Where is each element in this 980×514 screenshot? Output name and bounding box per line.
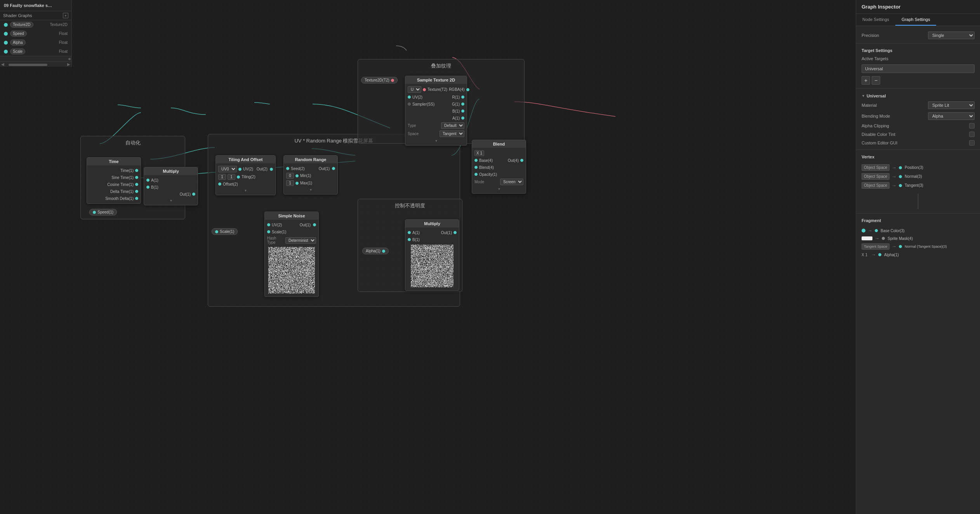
- port-multiply-a-in[interactable]: [146, 179, 149, 182]
- port-tiling-out[interactable]: [270, 168, 273, 171]
- custom-editor-gui-checkbox[interactable]: [969, 140, 975, 146]
- node-time[interactable]: Time Time(1) Sine Time(1) Cosine Time(1): [87, 157, 141, 204]
- add-shader-button[interactable]: +: [63, 13, 68, 18]
- sample-expand[interactable]: ▾: [405, 138, 467, 144]
- port-scale-out[interactable]: [215, 230, 218, 233]
- sample-type-row: Type Default: [405, 122, 467, 130]
- port-sample-rgba-out[interactable]: [466, 88, 469, 91]
- fragment-base-color-label: Base Color(3): [881, 229, 905, 233]
- port-tiling-offset-in[interactable]: [218, 182, 221, 186]
- port-noise-uv-in[interactable]: [267, 223, 270, 226]
- scroll-left-button[interactable]: ◀: [0, 62, 5, 67]
- port-vertex-tangent[interactable]: [899, 184, 902, 187]
- group-overlay-title: 叠加纹理: [358, 63, 524, 69]
- texture2d-value-node[interactable]: Texture2D(T2): [361, 77, 398, 83]
- port-sample-r-out[interactable]: [461, 96, 464, 99]
- port-tiling-tiling-in[interactable]: [237, 175, 240, 179]
- blend-mode-select[interactable]: Screen: [500, 179, 523, 185]
- port-sample-g-out[interactable]: [461, 102, 464, 106]
- port-mult-opacity-a-in[interactable]: [408, 231, 411, 234]
- random-x-val[interactable]: 0: [286, 173, 294, 179]
- tiling-x-val[interactable]: 1: [218, 174, 226, 180]
- tab-node-settings[interactable]: Node Settings: [856, 14, 895, 26]
- port-vertex-position[interactable]: [899, 166, 902, 169]
- port-random-min-in[interactable]: [295, 174, 299, 177]
- texture2d-tag[interactable]: Texture2D: [10, 22, 33, 28]
- multiply-auto-expand[interactable]: ▾: [144, 198, 198, 203]
- precision-select[interactable]: Single: [928, 31, 975, 39]
- port-fragment-alpha[interactable]: [878, 253, 881, 256]
- alpha-value-node[interactable]: Alpha(1): [362, 248, 389, 254]
- node-sample-texture[interactable]: Sample Texture 2D UV0 Texture(T2) RGBA(4…: [405, 76, 467, 146]
- sample-type-select[interactable]: Default: [441, 122, 464, 129]
- alpha-clipping-checkbox[interactable]: [969, 123, 975, 128]
- port-mult-opacity-b-in[interactable]: [408, 238, 411, 241]
- port-fragment-base-color[interactable]: [875, 229, 878, 232]
- node-multiply-opacity[interactable]: Multiply A(1) Out(1) B(1): [405, 219, 459, 291]
- node-random-range[interactable]: Random Range Seed(2) Out(1) 0 Min(1): [283, 155, 338, 194]
- remove-target-button[interactable]: −: [872, 76, 880, 85]
- tiling-uv-select[interactable]: UV0: [218, 166, 237, 172]
- port-random-out[interactable]: [332, 167, 335, 170]
- random-expand[interactable]: ▾: [284, 187, 337, 193]
- port-alpha-out[interactable]: [382, 250, 385, 253]
- material-select[interactable]: Sprite Lit: [928, 101, 975, 109]
- port-sample-texture-in[interactable]: [423, 88, 426, 91]
- blending-mode-select[interactable]: Alpha: [928, 112, 975, 120]
- port-blend-blend-in[interactable]: [474, 166, 478, 169]
- port-texture2d-out[interactable]: [391, 79, 394, 82]
- sample-uv-select[interactable]: UV0: [408, 86, 421, 93]
- noise-hash-select[interactable]: Determinist: [285, 237, 316, 244]
- blend-expand[interactable]: ▾: [472, 186, 526, 192]
- node-multiply-auto[interactable]: Multiply A(1) B(1) Out(1) ▾: [144, 167, 198, 205]
- port-delta-out[interactable]: [135, 190, 138, 193]
- port-fragment-normal[interactable]: [899, 245, 902, 248]
- add-target-button[interactable]: +: [862, 76, 870, 85]
- node-blend[interactable]: Blend X 1 Base(4) Out(4) Blend(4): [472, 140, 526, 194]
- port-blend-out[interactable]: [520, 159, 523, 162]
- port-blend-base-in[interactable]: [474, 159, 478, 162]
- port-sine-out[interactable]: [135, 176, 138, 179]
- sample-input-sampler: Sampler(SS) G(1): [405, 101, 467, 108]
- random-max-val[interactable]: 1: [286, 180, 294, 186]
- port-noise-out[interactable]: [313, 223, 316, 226]
- port-vertex-normal[interactable]: [899, 175, 902, 178]
- shader-graphs-tab[interactable]: Shader Graphs +: [0, 11, 71, 20]
- speed-tag[interactable]: Speed: [10, 31, 27, 36]
- port-random-seed-in[interactable]: [286, 167, 289, 170]
- blend-x-val[interactable]: X 1: [474, 150, 484, 156]
- port-noise-scale-in[interactable]: [267, 230, 270, 233]
- node-tiling-offset[interactable]: Tiling And Offset UV0 UV(2) Out(2) 1 1 T…: [215, 155, 276, 195]
- port-time-out[interactable]: [135, 169, 138, 172]
- port-multiply-b-in[interactable]: [146, 186, 149, 189]
- vertex-tangent-arrow: →: [892, 183, 897, 188]
- tiling-expand[interactable]: ▾: [216, 188, 275, 193]
- tab-graph-settings[interactable]: Graph Settings: [895, 14, 936, 26]
- scroll-right-button[interactable]: ▶: [66, 62, 71, 67]
- port-speed-out[interactable]: [93, 211, 96, 214]
- canvas-area[interactable]: 09 Faulty snowflake screen Shader Graphs…: [0, 0, 856, 514]
- port-blend-opacity-in[interactable]: [474, 173, 478, 176]
- alpha-tag[interactable]: Alpha: [10, 40, 26, 45]
- sample-space-select[interactable]: Tangent: [440, 130, 464, 137]
- port-smooth-out[interactable]: [135, 197, 138, 200]
- port-random-max-in[interactable]: [295, 182, 299, 185]
- disable-color-tint-checkbox[interactable]: [969, 132, 975, 137]
- scale-value-node[interactable]: Scale(1): [212, 228, 238, 235]
- port-sample-uv-in[interactable]: [408, 96, 411, 99]
- port-multiply-auto-out[interactable]: [192, 193, 195, 196]
- blend-input-blend: Blend(4): [472, 164, 526, 171]
- port-sample-b-out[interactable]: [461, 109, 464, 113]
- scrollbar-vertical[interactable]: [0, 56, 71, 61]
- port-mult-opacity-out[interactable]: [454, 231, 457, 234]
- fragment-base-color-row: → Base Color(3): [862, 227, 975, 234]
- speed-value-node[interactable]: Speed(1): [89, 209, 117, 215]
- port-sample-sampler-in[interactable]: [408, 102, 411, 106]
- node-simple-noise[interactable]: Simple Noise UV(2) Out(1) Scale(1) Hash …: [264, 212, 319, 297]
- port-fragment-sprite-mask[interactable]: [882, 237, 885, 240]
- tiling-y-val[interactable]: 1: [228, 174, 235, 180]
- port-sample-a-out[interactable]: [461, 116, 464, 120]
- scale-tag[interactable]: Scale: [10, 49, 25, 54]
- port-tiling-uv-out[interactable]: [238, 168, 242, 171]
- port-cosine-out[interactable]: [135, 183, 138, 186]
